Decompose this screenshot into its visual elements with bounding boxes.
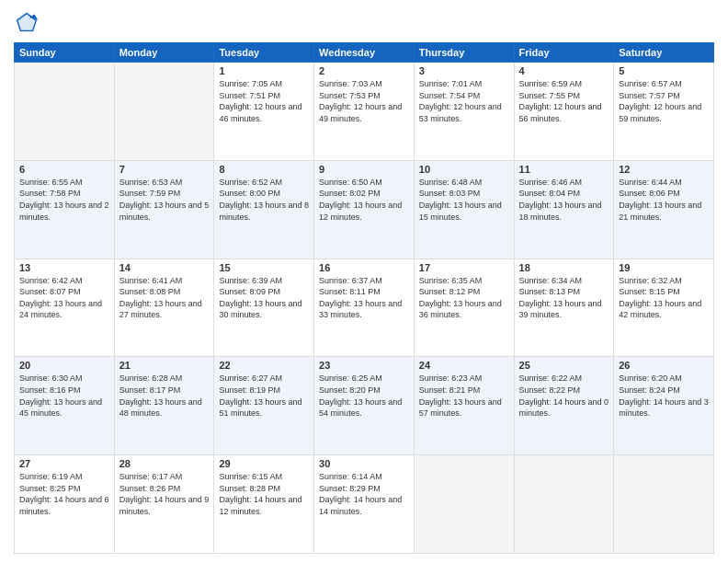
day-number: 1 — [219, 65, 309, 76]
calendar-cell: 21 Sunrise: 6:28 AM Sunset: 8:17 PM Dayl… — [114, 357, 214, 455]
daylight-label: Daylight: 12 hours and 53 minutes. — [419, 102, 502, 123]
day-number: 24 — [419, 360, 509, 371]
calendar-cell: 13 Sunrise: 6:42 AM Sunset: 8:07 PM Dayl… — [15, 259, 115, 357]
logo-icon — [14, 9, 40, 35]
day-info: Sunrise: 6:52 AM Sunset: 8:00 PM Dayligh… — [219, 177, 309, 223]
calendar-cell: 30 Sunrise: 6:14 AM Sunset: 8:29 PM Dayl… — [314, 455, 415, 554]
day-number: 12 — [619, 164, 709, 175]
day-info: Sunrise: 6:32 AM Sunset: 8:15 PM Dayligh… — [619, 275, 709, 321]
calendar-day-header: Saturday — [614, 43, 714, 63]
day-info: Sunrise: 6:28 AM Sunset: 8:17 PM Dayligh… — [119, 373, 210, 419]
calendar-cell: 8 Sunrise: 6:52 AM Sunset: 8:00 PM Dayli… — [214, 160, 314, 259]
sunrise-label: Sunrise: 7:03 AM — [319, 79, 382, 88]
daylight-label: Daylight: 13 hours and 39 minutes. — [519, 299, 602, 320]
sunrise-label: Sunrise: 6:59 AM — [519, 79, 583, 88]
calendar-table: SundayMondayTuesdayWednesdayThursdayFrid… — [14, 42, 714, 554]
daylight-label: Daylight: 14 hours and 14 minutes. — [319, 495, 402, 516]
sunset-label: Sunset: 8:28 PM — [219, 484, 280, 493]
calendar-week-row: 6 Sunrise: 6:55 AM Sunset: 7:58 PM Dayli… — [15, 160, 714, 259]
page: SundayMondayTuesdayWednesdayThursdayFrid… — [0, 0, 728, 563]
day-info: Sunrise: 6:41 AM Sunset: 8:08 PM Dayligh… — [119, 275, 210, 321]
daylight-label: Daylight: 12 hours and 49 minutes. — [319, 102, 402, 123]
daylight-label: Daylight: 13 hours and 2 minutes. — [19, 201, 109, 222]
sunset-label: Sunset: 8:03 PM — [419, 189, 481, 198]
sunset-label: Sunset: 8:11 PM — [319, 287, 381, 296]
day-info: Sunrise: 6:50 AM Sunset: 8:02 PM Dayligh… — [319, 177, 409, 223]
daylight-label: Daylight: 14 hours and 0 minutes. — [519, 397, 609, 419]
day-number: 13 — [19, 262, 109, 273]
calendar-cell: 11 Sunrise: 6:46 AM Sunset: 8:04 PM Dayl… — [514, 160, 614, 259]
day-number: 3 — [419, 65, 509, 76]
daylight-label: Daylight: 13 hours and 36 minutes. — [419, 299, 502, 320]
sunrise-label: Sunrise: 6:39 AM — [219, 276, 282, 285]
calendar-cell: 6 Sunrise: 6:55 AM Sunset: 7:58 PM Dayli… — [15, 160, 115, 259]
calendar-cell: 23 Sunrise: 6:25 AM Sunset: 8:20 PM Dayl… — [314, 357, 415, 455]
sunset-label: Sunset: 7:51 PM — [219, 91, 280, 100]
day-info: Sunrise: 6:57 AM Sunset: 7:57 PM Dayligh… — [619, 78, 709, 124]
day-info: Sunrise: 6:37 AM Sunset: 8:11 PM Dayligh… — [319, 275, 409, 321]
sunrise-label: Sunrise: 6:25 AM — [319, 373, 382, 383]
day-number: 18 — [519, 262, 609, 273]
calendar-week-row: 20 Sunrise: 6:30 AM Sunset: 8:16 PM Dayl… — [15, 357, 714, 455]
sunset-label: Sunset: 7:57 PM — [619, 91, 680, 100]
sunrise-label: Sunrise: 6:57 AM — [619, 79, 682, 88]
day-info: Sunrise: 6:22 AM Sunset: 8:22 PM Dayligh… — [519, 373, 609, 419]
calendar-week-row: 27 Sunrise: 6:19 AM Sunset: 8:25 PM Dayl… — [15, 455, 714, 554]
day-number: 17 — [419, 262, 509, 273]
logo — [14, 9, 43, 35]
calendar-cell: 4 Sunrise: 6:59 AM Sunset: 7:55 PM Dayli… — [514, 63, 614, 161]
day-info: Sunrise: 6:35 AM Sunset: 8:12 PM Dayligh… — [419, 275, 509, 321]
sunrise-label: Sunrise: 6:52 AM — [219, 178, 282, 187]
daylight-label: Daylight: 13 hours and 51 minutes. — [219, 397, 301, 419]
day-info: Sunrise: 6:23 AM Sunset: 8:21 PM Dayligh… — [419, 373, 509, 419]
day-number: 22 — [219, 360, 309, 371]
calendar-cell — [114, 63, 214, 161]
day-number: 4 — [519, 65, 609, 76]
calendar-cell — [414, 455, 514, 554]
calendar-cell: 27 Sunrise: 6:19 AM Sunset: 8:25 PM Dayl… — [15, 455, 115, 554]
day-info: Sunrise: 6:46 AM Sunset: 8:04 PM Dayligh… — [519, 177, 609, 223]
day-number: 30 — [319, 458, 409, 469]
day-number: 15 — [219, 262, 309, 273]
calendar-day-header: Tuesday — [214, 43, 314, 63]
header — [14, 9, 714, 35]
day-info: Sunrise: 6:19 AM Sunset: 8:25 PM Dayligh… — [19, 471, 109, 517]
sunset-label: Sunset: 8:04 PM — [519, 189, 581, 198]
day-info: Sunrise: 6:59 AM Sunset: 7:55 PM Dayligh… — [519, 78, 609, 124]
calendar-cell: 24 Sunrise: 6:23 AM Sunset: 8:21 PM Dayl… — [414, 357, 514, 455]
day-number: 25 — [519, 360, 609, 371]
sunset-label: Sunset: 8:26 PM — [119, 484, 181, 493]
sunrise-label: Sunrise: 6:53 AM — [119, 178, 183, 187]
daylight-label: Daylight: 13 hours and 24 minutes. — [19, 299, 102, 320]
sunrise-label: Sunrise: 6:41 AM — [119, 276, 183, 285]
daylight-label: Daylight: 13 hours and 30 minutes. — [219, 299, 301, 320]
sunset-label: Sunset: 8:19 PM — [219, 385, 280, 395]
sunset-label: Sunset: 8:21 PM — [419, 385, 481, 395]
sunset-label: Sunset: 7:58 PM — [19, 189, 81, 198]
daylight-label: Daylight: 13 hours and 18 minutes. — [519, 201, 602, 222]
day-number: 29 — [219, 458, 309, 469]
sunrise-label: Sunrise: 6:35 AM — [419, 276, 483, 285]
sunset-label: Sunset: 8:15 PM — [619, 287, 680, 296]
daylight-label: Daylight: 12 hours and 46 minutes. — [219, 102, 301, 123]
calendar-cell: 10 Sunrise: 6:48 AM Sunset: 8:03 PM Dayl… — [414, 160, 514, 259]
calendar-cell: 12 Sunrise: 6:44 AM Sunset: 8:06 PM Dayl… — [614, 160, 714, 259]
day-info: Sunrise: 6:27 AM Sunset: 8:19 PM Dayligh… — [219, 373, 309, 419]
calendar-cell: 2 Sunrise: 7:03 AM Sunset: 7:53 PM Dayli… — [314, 63, 415, 161]
day-info: Sunrise: 6:44 AM Sunset: 8:06 PM Dayligh… — [619, 177, 709, 223]
calendar-cell: 29 Sunrise: 6:15 AM Sunset: 8:28 PM Dayl… — [214, 455, 314, 554]
sunrise-label: Sunrise: 6:19 AM — [19, 472, 83, 481]
day-number: 27 — [19, 458, 109, 469]
day-number: 9 — [319, 164, 409, 175]
sunrise-label: Sunrise: 6:22 AM — [519, 373, 583, 383]
calendar-cell — [15, 63, 115, 161]
daylight-label: Daylight: 14 hours and 6 minutes. — [19, 495, 109, 516]
calendar-week-row: 1 Sunrise: 7:05 AM Sunset: 7:51 PM Dayli… — [15, 63, 714, 161]
daylight-label: Daylight: 13 hours and 8 minutes. — [219, 201, 309, 222]
day-info: Sunrise: 6:48 AM Sunset: 8:03 PM Dayligh… — [419, 177, 509, 223]
day-info: Sunrise: 6:15 AM Sunset: 8:28 PM Dayligh… — [219, 471, 309, 517]
day-number: 2 — [319, 65, 409, 76]
daylight-label: Daylight: 14 hours and 3 minutes. — [619, 397, 709, 419]
sunset-label: Sunset: 8:12 PM — [419, 287, 481, 296]
calendar-day-header: Monday — [114, 43, 214, 63]
